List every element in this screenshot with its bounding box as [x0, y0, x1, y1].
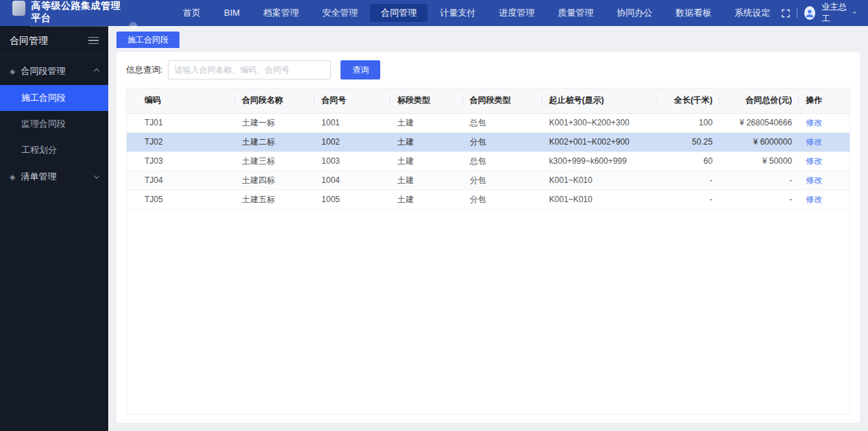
- brand: 高等级公路集成管理平台: [12, 0, 127, 27]
- action-cell: 修改: [799, 190, 850, 209]
- contract-table-wrap: 编码合同段名称合同号标段类型合同段类型起止桩号(显示)全长(千米)合同总价(元)…: [126, 88, 850, 415]
- table-cell: 1003: [314, 151, 390, 171]
- table-head-row: 编码合同段名称合同号标段类型合同段类型起止桩号(显示)全长(千米)合同总价(元)…: [127, 88, 850, 113]
- group-bullet-icon: ◈: [10, 173, 15, 182]
- fullscreen-icon[interactable]: [782, 8, 790, 19]
- table-cell: TJ01: [127, 113, 235, 132]
- nav-item[interactable]: 安全管理: [311, 4, 369, 22]
- nav-item[interactable]: 计量支付: [429, 4, 486, 22]
- table-cell: -: [658, 171, 719, 190]
- search-bar: 信息查询: 查询: [126, 60, 850, 79]
- sidebar-group[interactable]: ◈合同段管理: [0, 58, 108, 85]
- sidebar-menu: ◈合同段管理施工合同段监理合同段工程划分◈清单管理: [0, 56, 108, 431]
- edit-link[interactable]: 修改: [806, 137, 822, 147]
- sidebar-group-label: 清单管理: [21, 171, 56, 183]
- nav-item[interactable]: 质量管理: [547, 4, 604, 22]
- column-header: 操作: [799, 88, 850, 113]
- table-cell: ¥ 6000000: [719, 132, 799, 151]
- tab[interactable]: 施工合同段: [116, 32, 179, 48]
- table-cell: -: [658, 190, 719, 209]
- table-cell: 1001: [314, 113, 390, 132]
- table-cell: TJ05: [127, 190, 235, 209]
- table-cell: K001+300~K200+300: [543, 113, 658, 132]
- divider: [797, 8, 797, 18]
- search-button[interactable]: 查询: [340, 60, 380, 79]
- nav-item[interactable]: 系统设定: [723, 4, 781, 22]
- table-cell: K001~K010: [543, 190, 658, 209]
- table-cell: 土建: [390, 113, 463, 132]
- chevron-up-icon: [94, 69, 99, 74]
- table-cell: -: [719, 171, 799, 190]
- table-cell: K001~K010: [543, 171, 658, 190]
- nav-item[interactable]: 合同管理: [370, 4, 427, 22]
- action-cell: 修改: [799, 171, 850, 190]
- top-nav: 首页BIM档案管理安全管理合同管理计量支付进度管理质量管理协同办公数据看板系统设…: [171, 0, 782, 26]
- table-cell: -: [719, 190, 799, 209]
- table-cell: 分包: [463, 132, 543, 151]
- table-cell: 50.25: [658, 132, 719, 151]
- top-bar: 高等级公路集成管理平台 首页BIM档案管理安全管理合同管理计量支付进度管理质量管…: [0, 0, 868, 26]
- edit-link[interactable]: 修改: [806, 175, 822, 185]
- table-cell: 土建: [390, 151, 463, 171]
- sidebar-item[interactable]: 工程划分: [0, 137, 108, 163]
- table-row[interactable]: TJ01土建一标1001土建总包K001+300~K200+300100¥ 26…: [127, 113, 850, 132]
- avatar[interactable]: [804, 6, 815, 20]
- table-body: TJ01土建一标1001土建总包K001+300~K200+300100¥ 26…: [127, 113, 850, 209]
- table-cell: 土建二标: [235, 132, 314, 151]
- sidebar-group[interactable]: ◈清单管理: [0, 163, 108, 190]
- table-cell: 分包: [463, 190, 543, 209]
- table-cell: 总包: [463, 113, 543, 132]
- nav-item[interactable]: BIM: [213, 4, 251, 22]
- column-header: 起止桩号(显示): [543, 88, 658, 113]
- table-cell: 土建三标: [235, 151, 314, 171]
- brand-underline: [31, 26, 125, 27]
- table-cell: k300+999~k600+999: [543, 151, 658, 171]
- sidebar-title: 合同管理: [10, 35, 48, 47]
- nav-item[interactable]: 进度管理: [488, 4, 545, 22]
- nav-item[interactable]: 首页: [172, 4, 212, 22]
- app-root: 高等级公路集成管理平台 首页BIM档案管理安全管理合同管理计量支付进度管理质量管…: [0, 0, 868, 431]
- table-row[interactable]: TJ04土建四标1004土建分包K001~K010--修改: [127, 171, 850, 190]
- user-name[interactable]: 业主总工: [822, 1, 848, 25]
- action-cell: 修改: [799, 151, 850, 171]
- main-content: 施工合同段 信息查询: 查询 编码合同段名称合同号标段类型合同段类型起止桩号(显…: [108, 26, 868, 431]
- table-cell: TJ03: [127, 151, 235, 171]
- table-cell: ¥ 50000: [719, 151, 799, 171]
- table-cell: 1004: [314, 171, 390, 190]
- table-cell: 1005: [314, 190, 390, 209]
- sidebar-fold-icon[interactable]: [88, 37, 99, 45]
- table-row[interactable]: TJ02土建二标1002土建分包K002+001~K002+90050.25¥ …: [127, 132, 850, 151]
- app-title: 高等级公路集成管理平台: [31, 0, 127, 24]
- table-cell: K002+001~K002+900: [543, 132, 658, 151]
- app-logo-icon: [12, 1, 25, 16]
- user-icon: [804, 6, 815, 20]
- nav-item[interactable]: 数据看板: [665, 4, 722, 22]
- table-cell: 100: [658, 113, 719, 132]
- table-cell: ¥ 2680540666: [719, 113, 799, 132]
- edit-link[interactable]: 修改: [806, 118, 822, 127]
- sidebar-item[interactable]: 监理合同段: [0, 111, 108, 137]
- table-row[interactable]: TJ05土建五标1005土建分包K001~K010--修改: [127, 190, 850, 209]
- chevron-down-icon: [132, 23, 136, 27]
- table-cell: 土建四标: [235, 171, 314, 190]
- edit-link[interactable]: 修改: [806, 156, 822, 166]
- column-header: 合同总价(元): [719, 88, 799, 113]
- chevron-down-icon: [94, 173, 99, 178]
- table-cell: 土建: [390, 190, 463, 209]
- column-header: 标段类型: [390, 88, 463, 113]
- search-label: 信息查询:: [126, 64, 162, 76]
- nav-item[interactable]: 协同办公: [606, 4, 663, 22]
- column-header: 编码: [127, 88, 235, 113]
- table-cell: 分包: [463, 171, 543, 190]
- user-chevron-down-icon[interactable]: [853, 10, 856, 14]
- table-row[interactable]: TJ03土建三标1003土建总包k300+999~k600+99960¥ 500…: [127, 151, 850, 171]
- sidebar-group-label: 合同段管理: [21, 65, 65, 77]
- sidebar-item[interactable]: 施工合同段: [0, 85, 108, 111]
- contract-table: 编码合同段名称合同号标段类型合同段类型起止桩号(显示)全长(千米)合同总价(元)…: [127, 88, 850, 210]
- column-header: 全长(千米): [658, 88, 719, 113]
- edit-link[interactable]: 修改: [806, 195, 822, 204]
- column-header: 合同段名称: [235, 88, 314, 113]
- nav-item[interactable]: 档案管理: [252, 4, 310, 22]
- sidebar: 合同管理 ◈合同段管理施工合同段监理合同段工程划分◈清单管理: [0, 26, 108, 431]
- search-input[interactable]: [168, 60, 331, 79]
